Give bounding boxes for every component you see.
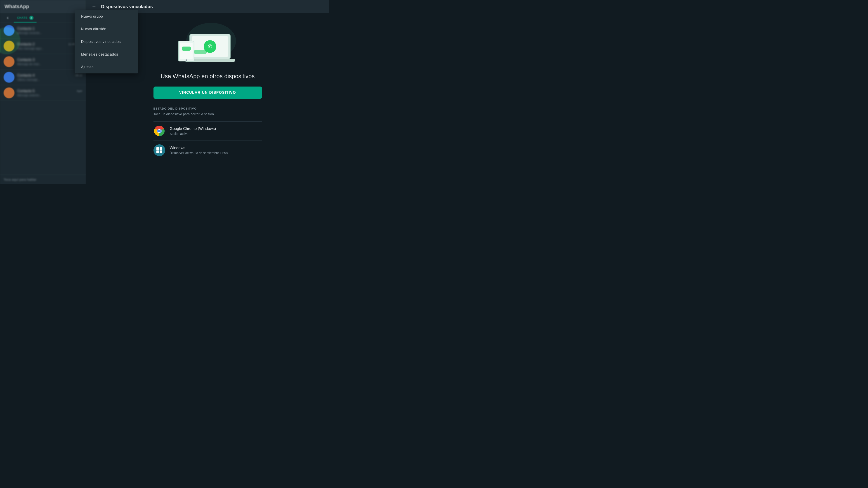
chat-message: Mensaje de chat... [17, 62, 82, 66]
avatar [4, 56, 14, 67]
devices-illustration: ✆ [172, 21, 244, 66]
svg-rect-15 [156, 147, 159, 150]
avatar [4, 72, 14, 83]
chat-item[interactable]: Contacto 3 10:22 Mensaje de chat... [0, 54, 86, 70]
dropdown-item-mensajes-destacados[interactable]: Mensajes destacados [74, 48, 138, 61]
sidebar: WhatsApp E CHATS 2 Contacto 1 12:30 Mens… [0, 0, 86, 184]
chat-name-row: Contacto 5 Ayer [17, 89, 82, 93]
chat-name-row: Contacto 3 10:22 [17, 58, 82, 62]
chat-message: Mensaje reciente... [17, 31, 82, 35]
dropdown-menu: Nuevo grupo Nueva difusión Dispositivos … [74, 10, 138, 73]
svg-text:✆: ✆ [208, 43, 212, 49]
device-name-windows: Windows [170, 146, 262, 150]
svg-rect-9 [194, 50, 207, 54]
tab-status[interactable]: E [4, 13, 12, 22]
windows-device-icon [153, 144, 165, 156]
sidebar-bottom: Toca aquí para hablar [0, 175, 86, 184]
svg-point-10 [186, 59, 187, 61]
device-status-chrome: Sesión activa [170, 132, 262, 135]
chat-name-row: Contacto 2 11:45 [17, 42, 75, 46]
chat-list: Contacto 1 12:30 Mensaje reciente... Con… [0, 23, 86, 175]
svg-point-14 [158, 130, 161, 132]
chrome-icon [154, 126, 165, 136]
chat-item[interactable]: Contacto 4 09:15 Último mensaje... [0, 70, 86, 85]
use-whatsapp-text: Usa WhatsApp en otros dispositivos [160, 72, 254, 80]
chats-badge: 2 [29, 16, 33, 20]
chat-name: Contacto 5 [17, 89, 35, 93]
device-name-chrome: Google Chrome (Windows) [170, 127, 262, 131]
avatar [4, 88, 14, 98]
device-info-windows: Windows Última vez activa 23 de septiemb… [170, 146, 262, 155]
chat-info: Contacto 5 Ayer Mensaje anterior... [17, 89, 82, 97]
chat-info: Contacto 3 10:22 Mensaje de chat... [17, 58, 82, 66]
app-title: WhatsApp [4, 4, 29, 9]
chat-message: Mensaje anterior... [17, 94, 82, 97]
chat-name: Contacto 4 [17, 73, 35, 77]
chat-name: Contacto 2 [17, 42, 35, 46]
sidebar-header: WhatsApp [0, 0, 86, 13]
chat-info: Contacto 2 11:45 Otro mensaje aquí... [17, 42, 75, 50]
chat-name: Contacto 1 [17, 27, 35, 31]
chats-tab-label: CHATS [17, 16, 27, 20]
dropdown-item-nueva-difusion[interactable]: Nueva difusión [74, 23, 138, 35]
device-info-chrome: Google Chrome (Windows) Sesión activa [170, 127, 262, 135]
windows-icon [156, 147, 162, 153]
chat-name-row: Contacto 4 09:15 [17, 73, 82, 77]
chat-item[interactable]: Contacto 5 Ayer Mensaje anterior... [0, 85, 86, 101]
back-button[interactable]: ← [92, 4, 96, 9]
chat-time: Ayer [77, 90, 82, 93]
svg-rect-17 [156, 151, 159, 153]
dropdown-item-ajustes[interactable]: Ajustes [74, 61, 138, 73]
chat-item[interactable]: Contacto 2 11:45 Otro mensaje aquí... 3 [0, 38, 86, 54]
svg-rect-16 [160, 147, 162, 150]
chat-time: 09:15 [75, 74, 82, 77]
link-device-button[interactable]: VINCULAR UN DISPOSITIVO [153, 87, 262, 99]
device-status-hint: Toca un dispositivo para cerrar la sesió… [153, 112, 262, 116]
device-status-label: ESTADO DEL DISPOSITIVO [153, 107, 262, 110]
chat-message: Otro mensaje aquí... [17, 47, 75, 50]
sidebar-bottom-text: Toca aquí para hablar [4, 177, 36, 182]
chat-info: Contacto 1 12:30 Mensaje reciente... [17, 27, 82, 35]
chat-name-row: Contacto 1 12:30 [17, 27, 82, 31]
device-status-windows: Última vez activa 23 de septiembre 17:58 [170, 151, 262, 155]
chrome-device-icon [153, 125, 165, 137]
sidebar-tabs: E CHATS 2 [0, 13, 86, 23]
avatar [4, 25, 14, 36]
device-status-section: ESTADO DEL DISPOSITIVO Toca un dispositi… [153, 107, 262, 160]
dropdown-item-nuevo-grupo[interactable]: Nuevo grupo [74, 10, 138, 23]
chat-message: Último mensaje... [17, 78, 82, 81]
device-item-chrome[interactable]: Google Chrome (Windows) Sesión activa [153, 121, 262, 140]
app-container: WhatsApp E CHATS 2 Contacto 1 12:30 Mens… [0, 0, 329, 184]
device-item-windows[interactable]: Windows Última vez activa 23 de septiemb… [153, 140, 262, 160]
svg-rect-7 [180, 43, 193, 59]
right-panel-title: Dispositivos vinculados [101, 4, 153, 9]
devices-svg: ✆ [172, 21, 244, 66]
tab-chats[interactable]: CHATS 2 [14, 13, 36, 23]
svg-rect-18 [160, 151, 162, 153]
svg-rect-8 [182, 46, 191, 51]
dropdown-item-dispositivos-vinculados[interactable]: Dispositivos vinculados [74, 35, 138, 48]
chat-time: 11:45 [68, 43, 75, 46]
chat-info: Contacto 4 09:15 Último mensaje... [17, 73, 82, 81]
chat-name: Contacto 3 [17, 58, 35, 62]
avatar [4, 41, 14, 52]
chat-item[interactable]: Contacto 1 12:30 Mensaje reciente... [0, 23, 86, 38]
